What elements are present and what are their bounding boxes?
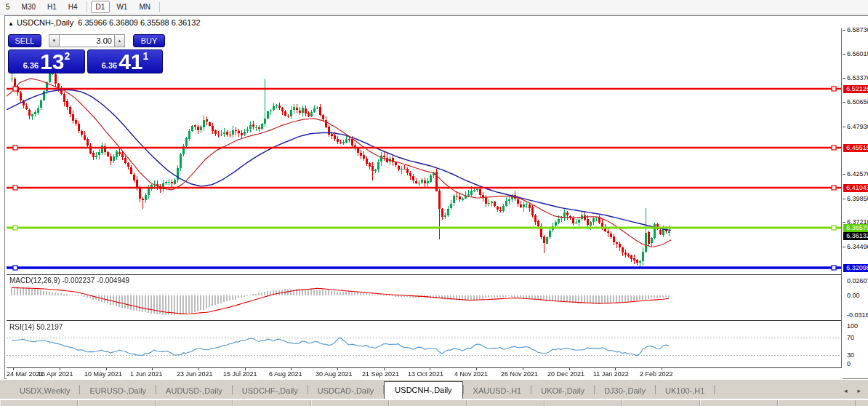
status-bar-section <box>622 400 700 406</box>
price-level-badge: 6.32098 <box>843 264 868 272</box>
chart-ohlc-values: 6.35966 6.36809 6.35588 6.36132 <box>78 18 200 27</box>
tab-ukoil-daily[interactable]: UKOil-,Daily <box>531 383 594 399</box>
status-bar-section <box>78 400 156 406</box>
chart-tab-bar: USDX,WeeklyEURUSD-,DailyAUDUSD-,DailyUSD… <box>0 380 868 399</box>
buy-price-button[interactable]: 6.36 41 1 <box>87 49 163 73</box>
trading-platform-window: 5M30H1H4D1W1MN ▲USDCNH-,Daily 6.35966 6.… <box>0 0 868 406</box>
price-level-badge: 6.36570 <box>843 224 868 232</box>
tab-eurusd-daily[interactable]: EURUSD-,Daily <box>80 383 156 399</box>
sell-price-button[interactable]: 6.36 13 2 <box>8 49 85 73</box>
status-bar-section <box>0 400 78 406</box>
buy-price-pips: 41 <box>118 52 142 72</box>
status-bar-section <box>389 400 467 406</box>
price-level-badge: 6.45515 <box>843 144 868 152</box>
price-axis-tick <box>843 247 845 247</box>
timeframe-button-m30[interactable]: M30 <box>17 1 41 13</box>
macd-axis-label: 0.00 <box>847 292 860 299</box>
sell-price-prefix: 6.36 <box>23 61 39 70</box>
price-axis-label: 6.34490 <box>847 243 868 250</box>
status-bar-section <box>700 400 778 406</box>
price-axis-tick <box>843 54 845 55</box>
status-bar-section <box>544 400 622 406</box>
price-axis-label: 6.56010 <box>847 50 868 57</box>
rsi-indicator-label: RSI(14) 50.2197 <box>9 323 63 331</box>
price-axis-tick <box>843 174 845 175</box>
rsi-axis-label: 30 <box>847 351 854 359</box>
sell-price-pips: 13 <box>40 52 64 72</box>
price-axis-tick <box>843 199 845 199</box>
date-axis-label: 15 Jul 2021 <box>223 370 257 378</box>
toolbar-separator <box>159 2 160 12</box>
macd-axis-label: -0.031872 <box>847 311 868 319</box>
volume-stepper: ▼ ▲ <box>49 34 125 47</box>
price-axis-label: 6.50650 <box>847 98 868 106</box>
tab-usdchf-daily[interactable]: USDCHF-,Daily <box>233 383 308 399</box>
collapse-triangle-icon[interactable]: ▲ <box>8 20 14 27</box>
date-axis-label: 26 Nov 2021 <box>501 370 538 378</box>
date-axis-label: 2 Feb 2022 <box>640 370 673 378</box>
tab-separator <box>714 385 715 394</box>
timeframe-button-h1[interactable]: H1 <box>42 1 62 13</box>
volume-input[interactable] <box>60 34 114 47</box>
tab-scroll-left-icon[interactable]: ◂ <box>844 388 848 394</box>
buy-button[interactable]: BUY <box>133 34 165 47</box>
tab-usdcnh-daily[interactable]: USDCNH-,Daily <box>384 381 462 399</box>
tab-uk100-h1[interactable]: UK100-,H1 <box>656 383 714 399</box>
chart-title: ▲USDCNH-,Daily 6.35966 6.36809 6.35588 6… <box>8 18 201 27</box>
sell-button[interactable]: SELL <box>8 34 41 47</box>
status-bar-section <box>467 400 544 406</box>
tab-audusd-daily[interactable]: AUDUSD-,Daily <box>156 383 232 399</box>
status-bar-section <box>311 400 389 406</box>
volume-increase-button[interactable]: ▲ <box>114 34 125 47</box>
price-axis-tick <box>843 127 845 127</box>
status-bar-section <box>156 400 233 406</box>
date-axis-label: 11 Jan 2022 <box>593 370 629 378</box>
tab-usdx-weekly[interactable]: USDX,Weekly <box>10 383 79 399</box>
price-axis-separator <box>841 28 842 368</box>
price-axis-tick <box>843 30 845 31</box>
date-axis-label: 6 Aug 2021 <box>269 370 302 378</box>
timeframe-button-d1[interactable]: D1 <box>91 1 110 13</box>
date-axis-label: 30 Aug 2021 <box>316 370 353 378</box>
date-axis-label: 16 Apr 2021 <box>38 370 73 378</box>
date-axis-label: 20 Dec 2021 <box>547 370 584 378</box>
chart-symbol-label: USDCNH-,Daily <box>17 18 73 27</box>
price-axis-tick <box>843 222 845 223</box>
timeframe-button-mn[interactable]: MN <box>134 1 156 13</box>
date-axis-label: 1 Jun 2021 <box>130 370 163 378</box>
tab-dj30-daily[interactable]: DJ30-,Daily <box>595 383 655 399</box>
timeframe-button-w1[interactable]: W1 <box>111 1 132 13</box>
rsi-axis-label: 0 <box>847 360 851 367</box>
tab-usdcad-daily[interactable]: USDCAD-,Daily <box>308 383 384 399</box>
macd-pane-canvas[interactable] <box>7 276 841 319</box>
price-axis-label: 6.39850 <box>847 195 868 202</box>
pane-separator[interactable] <box>7 274 841 275</box>
sell-price-point: 2 <box>65 50 71 62</box>
price-axis-label: 6.42570 <box>847 170 868 178</box>
buy-price-point: 1 <box>143 50 149 62</box>
status-bar-section <box>778 400 856 406</box>
status-bar <box>0 399 868 406</box>
timeframe-button-5[interactable]: 5 <box>1 1 15 13</box>
rsi-axis-label: 70 <box>847 334 854 341</box>
tab-xauusd-h1[interactable]: XAUUSD-,H1 <box>464 383 531 399</box>
date-axis-label: 10 May 2021 <box>84 370 122 378</box>
macd-axis-label: 0.02607 <box>847 277 868 284</box>
timeframe-toolbar: 5M30H1H4D1W1MN <box>0 0 868 15</box>
date-axis-label: 13 Oct 2021 <box>408 370 443 378</box>
timeframe-button-h4[interactable]: H4 <box>63 1 83 13</box>
pane-separator[interactable] <box>7 320 841 321</box>
tab-scroll-right-icon[interactable]: ▸ <box>857 388 861 394</box>
price-axis-tick <box>843 78 845 79</box>
one-click-trade-panel: SELL ▼ ▲ BUY 6.36 13 2 6.36 41 1 <box>8 34 165 73</box>
rsi-axis-label: 100 <box>847 322 858 330</box>
volume-decrease-button[interactable]: ▼ <box>49 34 60 47</box>
date-axis[interactable]: 24 Mar 202116 Apr 202110 May 20211 Jun 2… <box>7 368 843 381</box>
price-axis-label: 6.53370 <box>847 74 868 81</box>
rsi-pane-canvas[interactable] <box>7 322 841 368</box>
price-level-badge: 6.36132 <box>843 232 868 240</box>
date-axis-label: 4 Nov 2021 <box>454 370 488 378</box>
macd-indicator-label: MACD(12,26,9) -0.002237 -0.004949 <box>9 276 129 284</box>
price-axis-label: 6.47930 <box>847 123 868 130</box>
price-level-badge: 6.52126 <box>843 85 868 93</box>
